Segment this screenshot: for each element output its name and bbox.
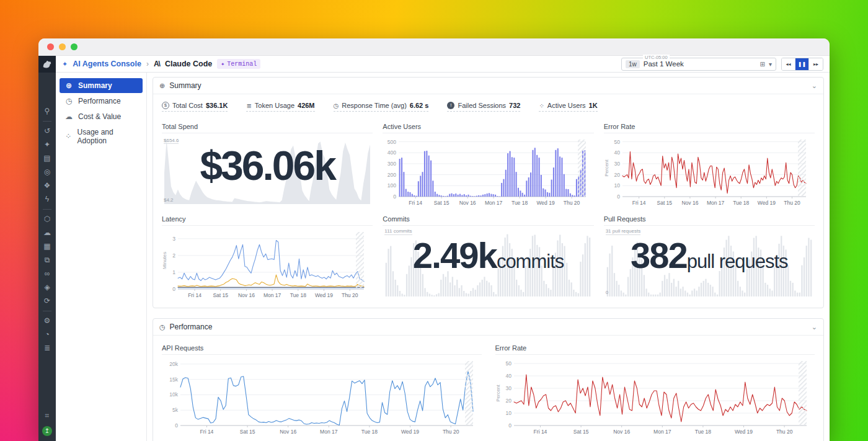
svg-text:100: 100 bbox=[388, 182, 396, 189]
active-users-icon: ⁘ bbox=[539, 102, 544, 109]
chip-token-usage[interactable]: ≣Token Usage426M bbox=[246, 102, 314, 112]
chip-active-users[interactable]: ⁘Active Users1K bbox=[539, 102, 597, 112]
svg-text:Nov 16: Nov 16 bbox=[681, 200, 698, 206]
logs-icon[interactable]: ≣ bbox=[38, 342, 56, 355]
svg-text:Mon 17: Mon 17 bbox=[707, 200, 725, 206]
error-rate-chart[interactable]: 01020304050Fri 14Sat 15Nov 16Mon 17Tue 1… bbox=[604, 135, 815, 207]
watchdog-icon[interactable]: ◎ bbox=[38, 166, 56, 179]
service-map-icon[interactable]: ⬡ bbox=[38, 213, 56, 226]
sidebar-item-label: Usage and Adoption bbox=[78, 128, 138, 145]
chart-title: Active Users bbox=[383, 120, 593, 133]
sparkle-icon: ✦ bbox=[62, 60, 68, 68]
sidebar-item-cost-value[interactable]: ☁ Cost & Value bbox=[60, 109, 143, 124]
datadog-logo[interactable] bbox=[38, 56, 56, 73]
chip-failed-sessions[interactable]: !Failed Sessions732 bbox=[447, 102, 520, 112]
svg-text:Thu 20: Thu 20 bbox=[443, 429, 459, 435]
latency-chart[interactable]: 0123Fri 14Sat 15Nov 16Mon 17Tue 18Wed 19… bbox=[162, 227, 373, 299]
svg-text:15k: 15k bbox=[169, 376, 178, 383]
svg-text:Wed 19: Wed 19 bbox=[315, 292, 333, 298]
svg-text:Wed 19: Wed 19 bbox=[734, 429, 752, 435]
svg-text:Fri 14: Fri 14 bbox=[188, 292, 202, 298]
svg-text:Tue 18: Tue 18 bbox=[512, 200, 528, 206]
time-rewind-button[interactable]: ◂◂ bbox=[782, 58, 795, 70]
svg-text:Thu 20: Thu 20 bbox=[776, 429, 792, 435]
svg-text:30: 30 bbox=[614, 161, 620, 167]
dashboards-icon[interactable]: ▦ bbox=[38, 240, 56, 253]
chart-title: API Requests bbox=[162, 342, 482, 355]
svg-text:0: 0 bbox=[617, 194, 620, 200]
pull-requests-chart[interactable]: 382pull requests31 pull requests0 bbox=[604, 227, 815, 299]
svg-text:Fri 14: Fri 14 bbox=[200, 429, 214, 435]
monitors-icon[interactable]: ⚙ bbox=[38, 314, 56, 327]
svg-text:1: 1 bbox=[172, 269, 175, 275]
close-window-button[interactable] bbox=[47, 43, 54, 50]
time-forward-button[interactable]: ▸▸ bbox=[809, 58, 823, 70]
time-range-chip: 1w bbox=[626, 60, 640, 68]
maximize-window-button[interactable] bbox=[71, 43, 78, 50]
svg-text:Nov 16: Nov 16 bbox=[238, 292, 255, 298]
ci-cd-icon[interactable]: ⟳ bbox=[38, 295, 56, 308]
minimize-window-button[interactable] bbox=[59, 43, 66, 50]
sidebar-item-usage-adoption[interactable]: ⁘ Usage and Adoption bbox=[60, 125, 143, 148]
svg-text:Tue 18: Tue 18 bbox=[290, 292, 306, 298]
breadcrumb-product-link[interactable]: AI Agents Console bbox=[73, 60, 141, 68]
svg-text:2: 2 bbox=[172, 252, 175, 259]
svg-text:Fri 14: Fri 14 bbox=[632, 200, 645, 206]
rail-divider[interactable] bbox=[43, 311, 51, 311]
rail-divider[interactable] bbox=[43, 121, 51, 122]
section-title: Performance bbox=[170, 323, 213, 331]
metrics-icon[interactable]: ▤ bbox=[38, 152, 56, 165]
sidebar-item-summary[interactable]: ⊕ Summary bbox=[60, 78, 143, 93]
llm-observability-icon[interactable]: ✦ bbox=[38, 138, 56, 151]
svg-text:Percent: Percent bbox=[604, 159, 609, 176]
time-shift-controls: ◂◂ ❚❚ ▸▸ bbox=[781, 58, 823, 71]
svg-text:0: 0 bbox=[172, 286, 175, 292]
rail-divider[interactable] bbox=[43, 209, 51, 210]
chevron-down-icon[interactable]: ⌄ bbox=[812, 82, 817, 90]
svg-text:Wed 19: Wed 19 bbox=[401, 429, 419, 435]
sidebar-item-label: Summary bbox=[78, 81, 112, 90]
svg-text:Tue 18: Tue 18 bbox=[733, 200, 749, 206]
svg-text:200: 200 bbox=[388, 172, 396, 178]
time-pause-button[interactable]: ❚❚ bbox=[795, 58, 809, 70]
svg-text:Mon 17: Mon 17 bbox=[653, 429, 671, 435]
commits-chart[interactable]: 2.49kcommits111 commits bbox=[383, 227, 593, 299]
terminal-tag[interactable]: ✦ Terminal bbox=[217, 59, 260, 69]
performance-section-header[interactable]: ◷ Performance ⌄ bbox=[153, 319, 823, 336]
service-management-icon[interactable]: ❖ bbox=[38, 179, 56, 192]
svg-text:Mon 17: Mon 17 bbox=[485, 200, 503, 206]
token-usage-icon: ≣ bbox=[246, 102, 251, 109]
plugin-icon[interactable]: ⌗ bbox=[38, 409, 56, 422]
apm-icon[interactable]: ◔ bbox=[38, 328, 56, 341]
error-rate-perf-chart[interactable]: 01020304050Fri 14Sat 15Nov 16Mon 17Tue 1… bbox=[495, 356, 815, 435]
svg-text:300: 300 bbox=[388, 161, 396, 167]
summary-section-header[interactable]: ⊕ Summary ⌄ bbox=[153, 78, 823, 94]
svg-text:Sat 15: Sat 15 bbox=[573, 429, 588, 435]
chip-response-time[interactable]: ◷Response Time (avg)6.62 s bbox=[334, 102, 429, 112]
total-spend-chart[interactable]: $36.06k$654.6$4.2 bbox=[162, 135, 373, 207]
svg-text:0: 0 bbox=[394, 194, 397, 200]
globe-icon: ⊕ bbox=[64, 81, 73, 90]
security-icon[interactable]: ◈ bbox=[38, 281, 56, 294]
software-catalog-icon[interactable]: ⧉ bbox=[38, 254, 56, 267]
search-icon[interactable]: ⚲ bbox=[38, 105, 56, 118]
upgrade-icon[interactable]: ↥ bbox=[42, 426, 52, 436]
api-requests-chart[interactable]: 05k10k15k20kFri 14Sat 15Nov 16Mon 17Tue … bbox=[162, 356, 482, 435]
active-users-chart[interactable]: 0100200300400500Fri 14Sat 15Nov 16Mon 17… bbox=[383, 135, 593, 207]
svg-text:Thu 20: Thu 20 bbox=[564, 200, 580, 206]
svg-text:10: 10 bbox=[614, 182, 620, 189]
chip-total-cost[interactable]: $Total Cost$36.1K bbox=[162, 102, 228, 112]
calendar-icon: ⊞ bbox=[760, 61, 765, 68]
integrations-icon[interactable]: ∞ bbox=[38, 267, 56, 280]
performance-section: ◷ Performance ⌄ API Requests 05k10k15k20… bbox=[153, 318, 824, 441]
sidebar-item-performance[interactable]: ◷ Performance bbox=[60, 94, 143, 109]
svg-text:5k: 5k bbox=[172, 407, 179, 413]
svg-text:Mon 17: Mon 17 bbox=[320, 429, 338, 435]
history-icon[interactable]: ↺ bbox=[38, 125, 56, 138]
workflow-actions-icon[interactable]: ϟ bbox=[38, 193, 56, 206]
svg-text:50: 50 bbox=[614, 139, 620, 145]
svg-text:20k: 20k bbox=[169, 361, 178, 367]
chevron-down-icon[interactable]: ⌄ bbox=[812, 323, 817, 331]
time-range-picker[interactable]: UTC-05:00 1w Past 1 Week ⊞ ▾ bbox=[621, 58, 776, 71]
cloud-icon[interactable]: ☁ bbox=[38, 226, 56, 239]
